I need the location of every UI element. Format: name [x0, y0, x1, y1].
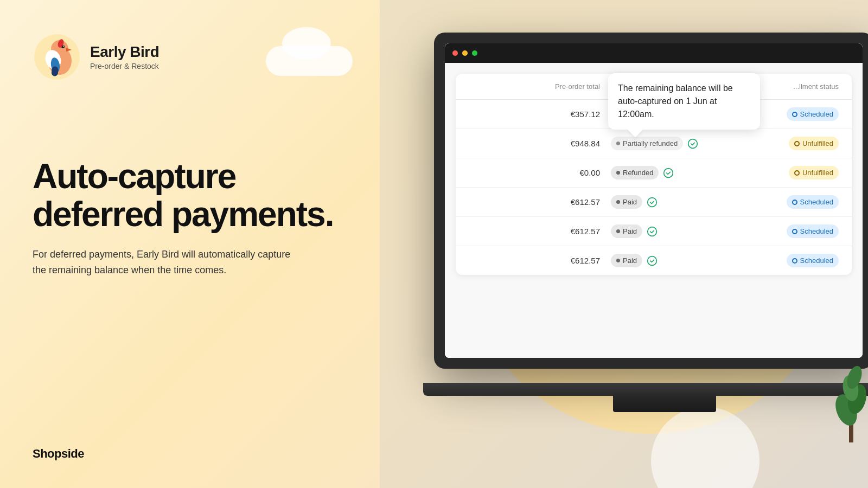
payment-cell: Paid	[611, 195, 730, 209]
fulfillment-circle-icon	[792, 112, 797, 117]
fulfillment-circle-icon	[792, 258, 797, 264]
fulfillment-cell: Scheduled	[730, 195, 839, 209]
fulfillment-circle-icon	[792, 200, 797, 205]
fulfillment-badge: Scheduled	[787, 254, 839, 267]
brand-tagline: Pre-order & Restock	[90, 62, 159, 70]
amount-cell: €612.57	[469, 197, 611, 207]
payment-cell: Refunded	[611, 166, 730, 179]
cloud-decoration	[260, 33, 358, 76]
payment-cell: Paid	[611, 224, 730, 238]
check-circle-icon	[687, 138, 698, 149]
laptop-stand	[613, 393, 716, 412]
fulfillment-badge: Unfulfilled	[789, 137, 839, 150]
minimize-dot	[462, 50, 468, 56]
payment-badge: Paid	[611, 195, 642, 209]
brand-name: Early Bird	[90, 43, 159, 61]
amount-cell: €948.84	[469, 139, 611, 148]
payment-cell: Paid	[611, 254, 730, 267]
laptop-bezel: The remaining balance will be auto-captu…	[434, 33, 868, 369]
col-preorder-total: Pre-order total	[469, 82, 611, 91]
fulfillment-circle-icon	[794, 170, 800, 176]
tooltip: The remaining balance will be auto-captu…	[608, 73, 760, 130]
amount-cell: €0.00	[469, 168, 611, 177]
close-dot	[452, 50, 458, 56]
laptop-screen: The remaining balance will be auto-captu…	[445, 43, 863, 358]
fulfillment-cell: Scheduled	[730, 254, 839, 267]
check-circle-icon	[647, 197, 658, 208]
table-row: €612.57 Paid	[456, 188, 852, 217]
logo-text: Early Bird Pre-order & Restock	[90, 43, 159, 70]
screen-header-bar	[445, 43, 863, 63]
fulfillment-cell: Unfulfilled	[730, 166, 839, 179]
fulfillment-circle-icon	[792, 229, 797, 234]
amount-cell: €612.57	[469, 227, 611, 236]
payment-badge: Refunded	[611, 166, 659, 179]
svg-point-13	[648, 227, 657, 236]
payment-badge: Partially refunded	[611, 137, 683, 150]
fulfillment-badge: Scheduled	[787, 107, 839, 121]
badge-dot-icon	[616, 200, 620, 204]
check-circle-icon	[663, 168, 674, 178]
fulfillment-circle-icon	[794, 141, 800, 146]
page-description: For deferred payments, Early Bird will a…	[33, 247, 304, 278]
logo-area: Early Bird Pre-order & Restock	[33, 33, 159, 81]
svg-point-14	[648, 256, 657, 265]
maximize-dot	[472, 50, 477, 56]
table-row: €0.00 Refunded	[456, 158, 852, 188]
shopside-brand: Shopside	[33, 447, 84, 461]
badge-dot-icon	[616, 171, 620, 175]
tooltip-text: The remaining balance will be auto-captu…	[618, 84, 733, 119]
svg-point-5	[63, 46, 64, 47]
svg-point-11	[664, 168, 673, 177]
table-row: €948.84 Partially refunded	[456, 129, 852, 158]
table-row: €612.57 Paid	[456, 217, 852, 246]
page-title: Auto-capture deferred payments.	[33, 157, 336, 234]
payment-cell: Partially refunded	[611, 137, 730, 150]
amount-cell: €612.57	[469, 256, 611, 265]
plant-decoration	[835, 334, 868, 445]
svg-point-10	[688, 139, 698, 148]
laptop-mockup: The remaining balance will be auto-captu…	[434, 33, 868, 439]
check-circle-icon	[647, 255, 658, 266]
fulfillment-cell: Scheduled	[730, 224, 839, 238]
main-content: Auto-capture deferred payments. For defe…	[33, 157, 336, 278]
screen-content: The remaining balance will be auto-captu…	[445, 43, 863, 358]
badge-dot-icon	[616, 259, 620, 262]
logo-icon	[33, 33, 81, 81]
fulfillment-badge: Scheduled	[787, 195, 839, 209]
payment-badge: Paid	[611, 254, 642, 267]
table-row: €612.57 Paid	[456, 246, 852, 275]
check-circle-icon	[647, 226, 658, 237]
fulfillment-badge: Scheduled	[787, 224, 839, 238]
svg-point-12	[648, 197, 657, 207]
fulfillment-cell: Unfulfilled	[730, 137, 839, 150]
fulfillment-badge: Unfulfilled	[789, 166, 839, 179]
badge-dot-icon	[616, 142, 620, 145]
payment-badge: Paid	[611, 224, 642, 238]
badge-dot-icon	[616, 229, 620, 233]
amount-cell: €357.12	[469, 110, 611, 119]
